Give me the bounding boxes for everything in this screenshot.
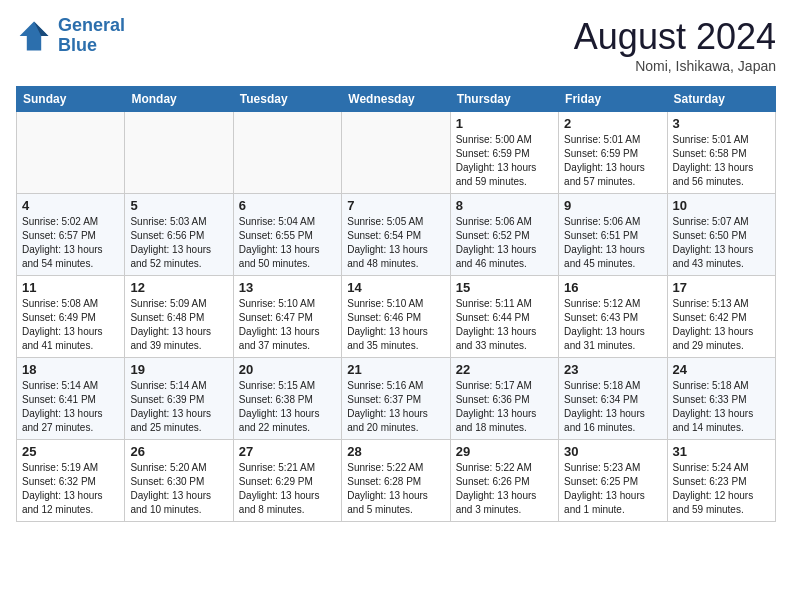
weekday-header-tuesday: Tuesday (233, 87, 341, 112)
day-info: Sunrise: 5:12 AM Sunset: 6:43 PM Dayligh… (564, 297, 661, 353)
day-number: 30 (564, 444, 661, 459)
day-info: Sunrise: 5:09 AM Sunset: 6:48 PM Dayligh… (130, 297, 227, 353)
day-number: 4 (22, 198, 119, 213)
day-number: 22 (456, 362, 553, 377)
calendar-week-3: 11Sunrise: 5:08 AM Sunset: 6:49 PM Dayli… (17, 276, 776, 358)
day-number: 20 (239, 362, 336, 377)
logo: General Blue (16, 16, 125, 56)
calendar-cell: 28Sunrise: 5:22 AM Sunset: 6:28 PM Dayli… (342, 440, 450, 522)
day-number: 8 (456, 198, 553, 213)
day-info: Sunrise: 5:17 AM Sunset: 6:36 PM Dayligh… (456, 379, 553, 435)
page-header: General Blue August 2024 Nomi, Ishikawa,… (16, 16, 776, 74)
calendar-week-2: 4Sunrise: 5:02 AM Sunset: 6:57 PM Daylig… (17, 194, 776, 276)
day-info: Sunrise: 5:00 AM Sunset: 6:59 PM Dayligh… (456, 133, 553, 189)
day-number: 5 (130, 198, 227, 213)
day-number: 28 (347, 444, 444, 459)
calendar-cell: 14Sunrise: 5:10 AM Sunset: 6:46 PM Dayli… (342, 276, 450, 358)
day-number: 9 (564, 198, 661, 213)
day-info: Sunrise: 5:10 AM Sunset: 6:47 PM Dayligh… (239, 297, 336, 353)
logo-icon (16, 18, 52, 54)
day-number: 6 (239, 198, 336, 213)
day-number: 16 (564, 280, 661, 295)
day-info: Sunrise: 5:22 AM Sunset: 6:28 PM Dayligh… (347, 461, 444, 517)
calendar-cell: 19Sunrise: 5:14 AM Sunset: 6:39 PM Dayli… (125, 358, 233, 440)
day-info: Sunrise: 5:20 AM Sunset: 6:30 PM Dayligh… (130, 461, 227, 517)
day-number: 7 (347, 198, 444, 213)
day-info: Sunrise: 5:02 AM Sunset: 6:57 PM Dayligh… (22, 215, 119, 271)
calendar-week-4: 18Sunrise: 5:14 AM Sunset: 6:41 PM Dayli… (17, 358, 776, 440)
calendar-cell: 9Sunrise: 5:06 AM Sunset: 6:51 PM Daylig… (559, 194, 667, 276)
calendar-week-5: 25Sunrise: 5:19 AM Sunset: 6:32 PM Dayli… (17, 440, 776, 522)
day-info: Sunrise: 5:14 AM Sunset: 6:41 PM Dayligh… (22, 379, 119, 435)
weekday-header-friday: Friday (559, 87, 667, 112)
day-info: Sunrise: 5:16 AM Sunset: 6:37 PM Dayligh… (347, 379, 444, 435)
weekday-header-monday: Monday (125, 87, 233, 112)
day-info: Sunrise: 5:06 AM Sunset: 6:52 PM Dayligh… (456, 215, 553, 271)
day-number: 18 (22, 362, 119, 377)
day-info: Sunrise: 5:01 AM Sunset: 6:59 PM Dayligh… (564, 133, 661, 189)
day-info: Sunrise: 5:15 AM Sunset: 6:38 PM Dayligh… (239, 379, 336, 435)
day-number: 21 (347, 362, 444, 377)
day-info: Sunrise: 5:22 AM Sunset: 6:26 PM Dayligh… (456, 461, 553, 517)
calendar-cell: 18Sunrise: 5:14 AM Sunset: 6:41 PM Dayli… (17, 358, 125, 440)
calendar-cell: 10Sunrise: 5:07 AM Sunset: 6:50 PM Dayli… (667, 194, 775, 276)
calendar-cell: 16Sunrise: 5:12 AM Sunset: 6:43 PM Dayli… (559, 276, 667, 358)
day-info: Sunrise: 5:23 AM Sunset: 6:25 PM Dayligh… (564, 461, 661, 517)
day-number: 24 (673, 362, 770, 377)
day-number: 10 (673, 198, 770, 213)
calendar-cell (233, 112, 341, 194)
day-info: Sunrise: 5:03 AM Sunset: 6:56 PM Dayligh… (130, 215, 227, 271)
calendar-cell: 25Sunrise: 5:19 AM Sunset: 6:32 PM Dayli… (17, 440, 125, 522)
day-info: Sunrise: 5:11 AM Sunset: 6:44 PM Dayligh… (456, 297, 553, 353)
day-info: Sunrise: 5:04 AM Sunset: 6:55 PM Dayligh… (239, 215, 336, 271)
day-info: Sunrise: 5:07 AM Sunset: 6:50 PM Dayligh… (673, 215, 770, 271)
day-number: 23 (564, 362, 661, 377)
day-info: Sunrise: 5:19 AM Sunset: 6:32 PM Dayligh… (22, 461, 119, 517)
calendar-cell: 24Sunrise: 5:18 AM Sunset: 6:33 PM Dayli… (667, 358, 775, 440)
calendar-cell: 26Sunrise: 5:20 AM Sunset: 6:30 PM Dayli… (125, 440, 233, 522)
calendar-cell: 17Sunrise: 5:13 AM Sunset: 6:42 PM Dayli… (667, 276, 775, 358)
day-info: Sunrise: 5:14 AM Sunset: 6:39 PM Dayligh… (130, 379, 227, 435)
day-number: 31 (673, 444, 770, 459)
calendar-cell: 8Sunrise: 5:06 AM Sunset: 6:52 PM Daylig… (450, 194, 558, 276)
day-info: Sunrise: 5:24 AM Sunset: 6:23 PM Dayligh… (673, 461, 770, 517)
calendar-cell: 15Sunrise: 5:11 AM Sunset: 6:44 PM Dayli… (450, 276, 558, 358)
calendar-cell: 29Sunrise: 5:22 AM Sunset: 6:26 PM Dayli… (450, 440, 558, 522)
day-number: 17 (673, 280, 770, 295)
calendar-cell: 11Sunrise: 5:08 AM Sunset: 6:49 PM Dayli… (17, 276, 125, 358)
calendar-cell: 4Sunrise: 5:02 AM Sunset: 6:57 PM Daylig… (17, 194, 125, 276)
logo-line2: Blue (58, 35, 97, 55)
day-number: 15 (456, 280, 553, 295)
calendar-cell: 27Sunrise: 5:21 AM Sunset: 6:29 PM Dayli… (233, 440, 341, 522)
day-number: 19 (130, 362, 227, 377)
day-number: 2 (564, 116, 661, 131)
location: Nomi, Ishikawa, Japan (574, 58, 776, 74)
calendar-cell (17, 112, 125, 194)
calendar-cell: 5Sunrise: 5:03 AM Sunset: 6:56 PM Daylig… (125, 194, 233, 276)
weekday-header-sunday: Sunday (17, 87, 125, 112)
weekday-header-wednesday: Wednesday (342, 87, 450, 112)
calendar-cell: 6Sunrise: 5:04 AM Sunset: 6:55 PM Daylig… (233, 194, 341, 276)
day-number: 29 (456, 444, 553, 459)
calendar-cell: 12Sunrise: 5:09 AM Sunset: 6:48 PM Dayli… (125, 276, 233, 358)
calendar-cell: 7Sunrise: 5:05 AM Sunset: 6:54 PM Daylig… (342, 194, 450, 276)
weekday-header-row: SundayMondayTuesdayWednesdayThursdayFrid… (17, 87, 776, 112)
calendar-week-1: 1Sunrise: 5:00 AM Sunset: 6:59 PM Daylig… (17, 112, 776, 194)
day-number: 25 (22, 444, 119, 459)
day-info: Sunrise: 5:08 AM Sunset: 6:49 PM Dayligh… (22, 297, 119, 353)
calendar-cell: 20Sunrise: 5:15 AM Sunset: 6:38 PM Dayli… (233, 358, 341, 440)
calendar-cell: 3Sunrise: 5:01 AM Sunset: 6:58 PM Daylig… (667, 112, 775, 194)
calendar-cell: 31Sunrise: 5:24 AM Sunset: 6:23 PM Dayli… (667, 440, 775, 522)
day-number: 1 (456, 116, 553, 131)
weekday-header-thursday: Thursday (450, 87, 558, 112)
day-info: Sunrise: 5:05 AM Sunset: 6:54 PM Dayligh… (347, 215, 444, 271)
day-info: Sunrise: 5:18 AM Sunset: 6:33 PM Dayligh… (673, 379, 770, 435)
day-number: 13 (239, 280, 336, 295)
weekday-header-saturday: Saturday (667, 87, 775, 112)
title-block: August 2024 Nomi, Ishikawa, Japan (574, 16, 776, 74)
day-number: 12 (130, 280, 227, 295)
day-number: 11 (22, 280, 119, 295)
calendar-cell: 22Sunrise: 5:17 AM Sunset: 6:36 PM Dayli… (450, 358, 558, 440)
calendar-cell: 1Sunrise: 5:00 AM Sunset: 6:59 PM Daylig… (450, 112, 558, 194)
day-info: Sunrise: 5:21 AM Sunset: 6:29 PM Dayligh… (239, 461, 336, 517)
